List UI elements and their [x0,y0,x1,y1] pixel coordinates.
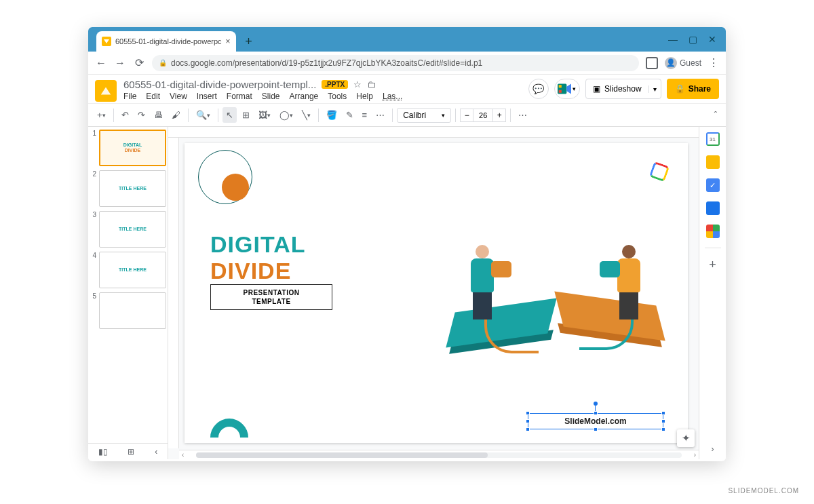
border-color-button[interactable]: ✎ [343,107,357,123]
new-slide-button[interactable]: +▾ [94,107,109,123]
nav-back-icon[interactable]: ← [95,57,107,69]
font-size-decrease[interactable]: − [460,109,473,122]
star-icon[interactable]: ☆ [353,79,362,90]
undo-button[interactable]: ↶ [118,107,132,123]
tasks-app-icon[interactable] [706,178,720,192]
keep-app-icon[interactable] [706,155,720,169]
border-weight-button[interactable]: ≡ [359,107,371,123]
resize-handle[interactable] [661,427,665,431]
resize-handle[interactable] [594,411,598,415]
slide-number: 2 [90,170,96,207]
menu-arrange[interactable]: Arrange [290,92,319,101]
hide-sidepanel-icon[interactable]: › [712,444,714,454]
slide-thumbnail-4[interactable]: 4 TITLE HERE [90,252,166,288]
more-tools-button[interactable]: ⋯ [515,107,530,123]
slide-canvas[interactable]: DIGITAL DIVIDE PRESENTATION TEMPLATE [185,143,688,443]
scrollbar-horizontal[interactable]: ‹ › [179,450,699,459]
browser-tab[interactable]: 60555-01-digital-divide-powerpc × [96,31,236,52]
font-size-increase[interactable]: + [492,109,506,122]
window-close-icon[interactable]: ✕ [708,34,716,45]
slideshow-button[interactable]: ▣Slideshow ▾ [585,79,661,99]
profile-button[interactable]: 👤 Guest [665,57,701,69]
illustration[interactable] [437,191,667,360]
tab-title: 60555-01-digital-divide-powerpc [115,37,222,45]
menu-format[interactable]: Format [227,92,252,101]
print-button[interactable]: 🖶 [151,107,166,123]
menu-edit[interactable]: Edit [146,92,160,101]
slides-logo-icon[interactable] [95,80,117,102]
slide-thumbnail-2[interactable]: 2 TITLE HERE [90,170,166,207]
menu-tools[interactable]: Tools [328,92,347,101]
fill-color-button[interactable]: 🪣 [323,107,341,123]
share-button[interactable]: 🔒 Share [667,79,719,99]
window-maximize-icon[interactable]: ▢ [689,34,697,45]
select-tool[interactable]: ↖ [222,107,237,123]
filmstrip-view-icon[interactable]: ▮▯ [98,447,108,457]
contacts-app-icon[interactable] [706,201,720,215]
window-minimize-icon[interactable]: — [668,34,678,45]
nav-reload-icon[interactable]: ⟳ [133,56,145,69]
font-size-value[interactable]: 26 [473,109,492,122]
side-panel: + › [699,127,726,459]
divider [705,248,721,248]
selected-textbox[interactable]: SlideModel.com [528,413,663,429]
browser-menu-icon[interactable]: ⋮ [708,56,719,69]
slide-thumbnail-5[interactable]: 5 [90,292,166,329]
slide-thumbnail-3[interactable]: 3 TITLE HERE [90,211,166,248]
paint-format-button[interactable]: 🖌 [168,107,184,123]
rotate-handle[interactable] [594,402,598,406]
doc-title[interactable]: 60555-01-digital-divide-powerpoint-templ… [123,79,316,90]
redo-button[interactable]: ↷ [134,107,149,123]
thumbnail: TITLE HERE [99,170,166,207]
textbox-tool[interactable]: ⊞ [239,107,253,123]
image-tool[interactable]: 🖼▾ [255,107,274,123]
shape-tool[interactable]: ◯▾ [276,107,296,123]
collapse-toolbar-button[interactable]: ˆ [711,107,720,123]
slide-subtitle[interactable]: PRESENTATION TEMPLATE [210,284,332,310]
slide-thumbnail-1[interactable]: 1 DIGITALDIVIDE [90,130,166,166]
person-left [471,245,494,319]
resize-handle[interactable] [526,427,530,431]
nav-forward-icon[interactable]: → [114,57,126,69]
move-icon[interactable]: 🗀 [367,79,376,90]
slide-title[interactable]: DIGITAL DIVIDE [210,231,305,284]
line-tool[interactable]: ╲▾ [298,107,314,123]
menu-file[interactable]: File [123,92,136,101]
menu-insert[interactable]: Insert [197,92,217,101]
tab-close-icon[interactable]: × [226,37,231,46]
menu-view[interactable]: View [170,92,187,101]
explore-button[interactable]: ✦ [677,429,695,447]
maps-app-icon[interactable] [706,225,720,238]
resize-handle[interactable] [661,419,665,423]
last-edit[interactable]: Las... [383,92,402,101]
title-line-1: DIGITAL [210,231,305,258]
scroll-left-icon[interactable]: ‹ [179,451,187,459]
person-right [617,245,640,319]
comments-button[interactable]: 💬 [528,79,549,99]
collapse-filmstrip-icon[interactable]: ‹ [155,447,157,457]
menu-help[interactable]: Help [356,92,373,101]
separator [188,109,189,122]
extensions-icon[interactable] [646,57,658,69]
resize-handle[interactable] [594,427,598,431]
scroll-thumb[interactable] [196,452,487,458]
menu-slide[interactable]: Slide [262,92,280,101]
comment-icon: 💬 [532,83,544,94]
border-dash-button[interactable]: ⋯ [372,107,388,123]
separator [392,109,393,122]
ruler-horizontal [168,127,699,138]
meet-button[interactable]: ▾ [554,79,580,99]
slideshow-dropdown-icon[interactable]: ▾ [648,85,661,93]
scroll-right-icon[interactable]: › [691,451,699,459]
thumbnail: TITLE HERE [99,211,166,248]
resize-handle[interactable] [661,411,665,415]
new-tab-button[interactable]: + [240,33,258,50]
url-field[interactable]: 🔒 docs.google.com/presentation/d/19-p5z1… [152,55,639,71]
add-addon-button[interactable]: + [709,258,716,272]
font-select[interactable]: Calibri▾ [397,108,451,123]
resize-handle[interactable] [526,411,530,415]
grid-view-icon[interactable]: ⊞ [128,447,134,457]
resize-handle[interactable] [526,419,530,423]
zoom-button[interactable]: 🔍▾ [193,107,214,123]
calendar-app-icon[interactable] [706,132,720,146]
